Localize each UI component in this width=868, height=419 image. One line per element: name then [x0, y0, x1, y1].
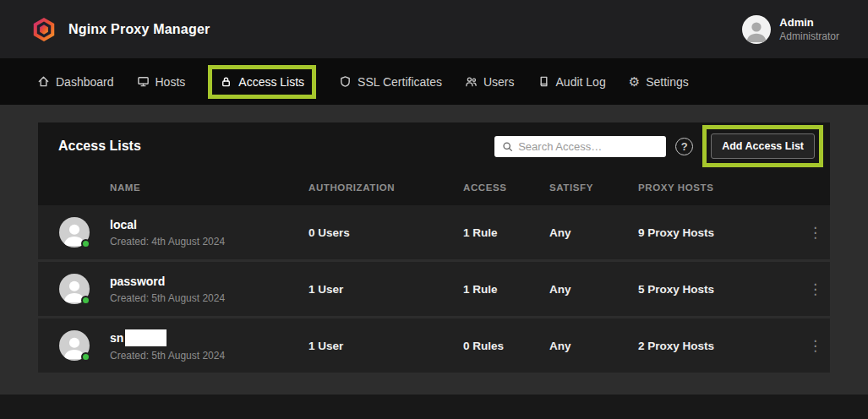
content-area: Access Lists ? Add Access List — [0, 105, 868, 395]
book-icon — [538, 75, 550, 88]
user-role: Administrator — [779, 30, 839, 42]
nav-item-dashboard[interactable]: Dashboard — [37, 75, 114, 89]
table-row[interactable]: local Created: 4th August 2024 0 Users 1… — [38, 205, 830, 259]
nav-item-users[interactable]: Users — [465, 75, 515, 89]
table-row[interactable]: password Created: 5th August 2024 1 User… — [38, 262, 830, 316]
row-access: 0 Rules — [463, 340, 549, 352]
column-header-authorization: AUTHORIZATION — [308, 182, 463, 193]
column-header-access: ACCESS — [463, 182, 549, 193]
nav-item-hosts[interactable]: Hosts — [137, 75, 186, 89]
search-icon — [502, 141, 513, 152]
nav-item-label: Users — [483, 75, 515, 89]
row-name: password — [110, 275, 165, 288]
row-proxy-hosts: 9 Proxy Hosts — [638, 226, 801, 239]
users-icon — [465, 75, 478, 88]
status-dot — [81, 296, 90, 305]
row-authorization: 1 User — [308, 283, 463, 296]
row-proxy-hosts: 2 Proxy Hosts — [638, 340, 801, 352]
home-icon — [37, 75, 50, 88]
app-header: Nginx Proxy Manager Admin Administrator — [0, 0, 868, 58]
redaction-box — [125, 329, 167, 346]
add-access-list-button[interactable]: Add Access List — [711, 133, 815, 159]
nav-item-ssl-certificates[interactable]: SSL Certificates — [339, 75, 442, 89]
row-satisfy: Any — [549, 283, 638, 296]
brand[interactable]: Nginx Proxy Manager — [30, 16, 210, 43]
row-created: Created: 5th August 2024 — [110, 350, 308, 362]
app-title: Nginx Proxy Manager — [68, 22, 210, 37]
monitor-icon — [137, 75, 150, 88]
nav-item-label: Audit Log — [556, 75, 606, 89]
row-name: local — [110, 218, 137, 231]
column-header-satisfy: SATISFY — [549, 182, 638, 193]
page-title: Access Lists — [58, 139, 141, 154]
row-proxy-hosts: 5 Proxy Hosts — [638, 283, 801, 296]
nav-item-label: Settings — [646, 75, 689, 89]
annotation-highlight-add-button: Add Access List — [702, 125, 823, 167]
search-box[interactable] — [494, 136, 666, 157]
nav-item-settings[interactable]: ⚙ Settings — [629, 75, 689, 89]
kebab-menu-icon[interactable]: ⋮ — [808, 282, 822, 297]
status-dot — [81, 239, 90, 248]
row-created: Created: 4th August 2024 — [110, 236, 308, 248]
column-header-name: NAME — [110, 182, 308, 193]
row-name: sn — [110, 331, 123, 345]
kebab-menu-icon[interactable]: ⋮ — [808, 226, 822, 240]
gear-icon: ⚙ — [629, 75, 640, 88]
row-access: 1 Rule — [463, 226, 549, 239]
status-dot — [81, 352, 90, 362]
table-row[interactable]: sn Created: 5th August 2024 1 User 0 Rul… — [38, 318, 830, 373]
search-input[interactable] — [518, 140, 658, 153]
row-authorization: 0 Users — [308, 226, 463, 239]
help-button[interactable]: ? — [675, 138, 693, 155]
nav-item-label: Hosts — [156, 75, 186, 89]
row-authorization: 1 User — [308, 340, 463, 352]
row-satisfy: Any — [549, 340, 638, 352]
nav-item-label: SSL Certificates — [358, 75, 442, 89]
lock-icon — [220, 75, 232, 88]
app-logo-icon — [30, 16, 57, 43]
user-name: Admin — [779, 16, 839, 29]
row-access: 1 Rule — [463, 283, 549, 296]
nav-item-audit-log[interactable]: Audit Log — [538, 75, 606, 89]
access-lists-card: Access Lists ? Add Access List — [38, 122, 830, 373]
column-header-proxy-hosts: PROXY HOSTS — [638, 182, 801, 193]
user-menu[interactable]: Admin Administrator — [742, 15, 839, 44]
row-satisfy: Any — [549, 226, 638, 239]
shield-icon — [339, 75, 352, 88]
avatar — [59, 274, 90, 304]
user-avatar — [742, 15, 771, 44]
avatar — [59, 330, 90, 361]
kebab-menu-icon[interactable]: ⋮ — [808, 339, 822, 353]
nav-item-access-lists[interactable]: Access Lists — [208, 65, 316, 99]
nav-item-label: Access Lists — [238, 75, 304, 89]
row-created: Created: 5th August 2024 — [110, 292, 308, 304]
table-header-row: NAME AUTHORIZATION ACCESS SATISFY PROXY … — [38, 170, 830, 205]
nav-item-label: Dashboard — [56, 75, 114, 89]
main-nav: Dashboard Hosts Access Lists SSL Certifi… — [0, 58, 868, 105]
avatar — [59, 217, 90, 248]
